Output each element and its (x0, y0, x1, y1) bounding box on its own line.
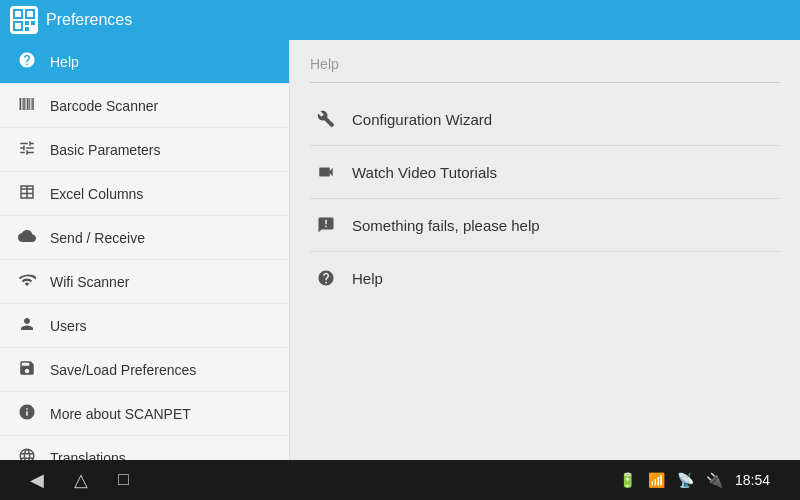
svg-rect-5 (25, 27, 29, 31)
sidebar-item-send-receive[interactable]: Send / Receive (0, 216, 289, 260)
sidebar-item-excel-columns[interactable]: Excel Columns (0, 172, 289, 216)
svg-rect-8 (15, 23, 21, 29)
status-area: 🔋 📶 📡 🔌 18:54 (619, 472, 770, 488)
sidebar-item-help[interactable]: Help (0, 40, 289, 84)
sidebar-item-wifi-label: Wifi Scanner (50, 274, 129, 290)
cloud-icon (16, 227, 38, 248)
chat-icon (314, 213, 338, 237)
info-icon (16, 403, 38, 424)
content-item-watch-tutorials[interactable]: Watch Video Tutorials (310, 146, 780, 199)
sidebar-item-basic-label: Basic Parameters (50, 142, 160, 158)
sliders-icon (16, 139, 38, 160)
content-item-config-wizard[interactable]: Configuration Wizard (310, 93, 780, 146)
content-item-tutorials-label: Watch Video Tutorials (352, 164, 497, 181)
main-content: Help Barcode Scanner Basic Parameters Ex… (0, 40, 800, 460)
globe-icon (16, 447, 38, 460)
sidebar-item-translations[interactable]: Translations (0, 436, 289, 460)
svg-rect-3 (25, 21, 29, 25)
battery-full-icon: 🔌 (706, 472, 723, 488)
content-item-fails-label: Something fails, please help (352, 217, 540, 234)
sidebar: Help Barcode Scanner Basic Parameters Ex… (0, 40, 290, 460)
save-icon (16, 359, 38, 380)
sidebar-item-send-label: Send / Receive (50, 230, 145, 246)
bottom-bar: ◀ △ □ 🔋 📶 📡 🔌 18:54 (0, 460, 800, 500)
content-title: Help (310, 56, 780, 72)
content-divider (310, 82, 780, 83)
sidebar-item-more-about[interactable]: More about SCANPET (0, 392, 289, 436)
content-item-config-label: Configuration Wizard (352, 111, 492, 128)
content-area: Help Configuration Wizard Watch Video Tu… (290, 40, 800, 460)
sidebar-item-users[interactable]: Users (0, 304, 289, 348)
user-icon (16, 315, 38, 336)
recent-nav-icon[interactable]: □ (118, 469, 129, 491)
back-nav-icon[interactable]: ◀ (30, 469, 44, 491)
svg-rect-7 (27, 11, 33, 17)
video-icon (314, 160, 338, 184)
sidebar-item-barcode-scanner[interactable]: Barcode Scanner (0, 84, 289, 128)
sidebar-item-barcode-label: Barcode Scanner (50, 98, 158, 114)
content-item-help[interactable]: Help (310, 252, 780, 304)
sidebar-item-save-label: Save/Load Preferences (50, 362, 196, 378)
sidebar-item-more-label: More about SCANPET (50, 406, 191, 422)
content-item-something-fails[interactable]: Something fails, please help (310, 199, 780, 252)
wifi-status-icon: 📡 (677, 472, 694, 488)
wrench-icon (314, 107, 338, 131)
help-icon (16, 51, 38, 72)
sidebar-item-wifi-scanner[interactable]: Wifi Scanner (0, 260, 289, 304)
top-bar: Preferences (0, 0, 800, 40)
home-nav-icon[interactable]: △ (74, 469, 88, 491)
nav-icons: ◀ △ □ (30, 469, 129, 491)
clock: 18:54 (735, 472, 770, 488)
app-title: Preferences (46, 11, 132, 29)
sidebar-item-save-load[interactable]: Save/Load Preferences (0, 348, 289, 392)
sidebar-item-translations-label: Translations (50, 450, 126, 461)
wifi-icon (16, 271, 38, 292)
signal-icon: 📶 (648, 472, 665, 488)
sidebar-item-excel-label: Excel Columns (50, 186, 143, 202)
sidebar-item-users-label: Users (50, 318, 87, 334)
question-icon (314, 266, 338, 290)
table-icon (16, 183, 38, 204)
sidebar-item-basic-parameters[interactable]: Basic Parameters (0, 128, 289, 172)
content-item-help-label: Help (352, 270, 383, 287)
barcode-icon (16, 95, 38, 116)
app-icon (10, 6, 38, 34)
svg-rect-4 (31, 21, 35, 25)
svg-rect-6 (15, 11, 21, 17)
battery-status-icon: 🔋 (619, 472, 636, 488)
sidebar-item-help-label: Help (50, 54, 79, 70)
